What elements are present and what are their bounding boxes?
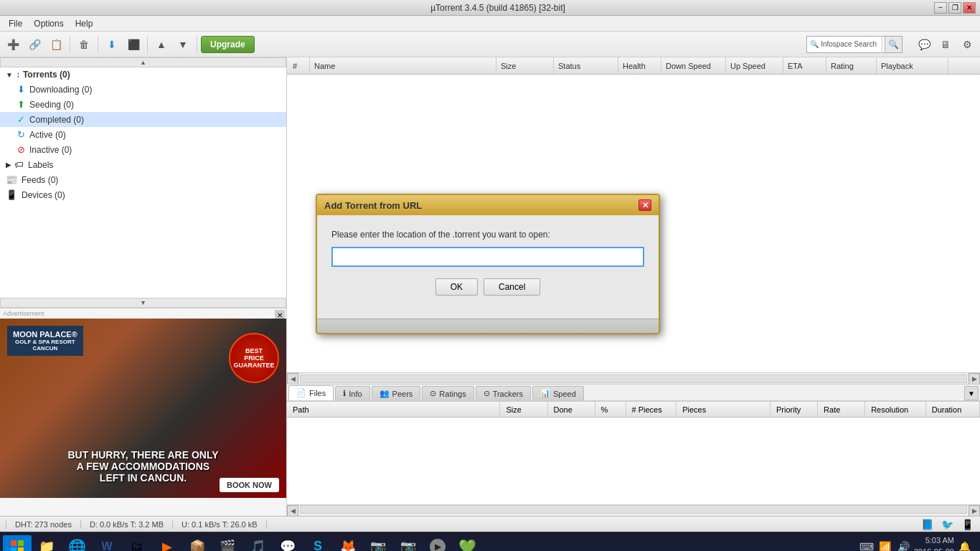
- sidebar-scroll-up[interactable]: ▲: [0, 57, 286, 67]
- taskbar-sys-icons: ⌨ 📶 🔊: [859, 540, 911, 552]
- tab-info[interactable]: ℹ Info: [335, 386, 369, 400]
- tab-ratings[interactable]: ⊙ Ratings: [422, 386, 473, 400]
- sidebar-item-devices[interactable]: 📱 Devices (0): [0, 187, 286, 202]
- sidebar: ▲ ▼ ↕ Torrents (0) ⬇ Downloading (0) ⬆ S…: [0, 57, 287, 516]
- taskbar-skype[interactable]: S: [303, 535, 332, 552]
- add-torrent-button[interactable]: ➕: [3, 34, 23, 55]
- bottom-col-path[interactable]: Path: [287, 402, 500, 417]
- bottom-col-size[interactable]: Size: [500, 402, 547, 417]
- taskbar-file-explorer[interactable]: 📁: [32, 535, 61, 552]
- stop-button[interactable]: ⬛: [123, 34, 143, 55]
- sidebar-item-inactive[interactable]: ⊘ Inactive (0): [0, 142, 286, 157]
- taskbar-chrome[interactable]: 🌐: [62, 535, 91, 552]
- taskbar-camera1[interactable]: 📷: [364, 535, 392, 552]
- taskbar-app4[interactable]: 🗂: [123, 535, 151, 552]
- menu-bar: File Options Help: [0, 16, 980, 32]
- search-button[interactable]: 🔍: [885, 37, 902, 52]
- bottom-col-percent[interactable]: %: [595, 402, 626, 417]
- bottom-col-resolution[interactable]: Resolution: [865, 402, 926, 417]
- ad-image[interactable]: MOON PALACE® GOLF & SPA RESORT CANCUN BE…: [0, 319, 286, 498]
- taskbar-utorrent[interactable]: 💚: [453, 535, 481, 552]
- close-button[interactable]: ✕: [963, 2, 976, 14]
- bottom-col-pieces-num[interactable]: # Pieces: [626, 402, 677, 417]
- col-header-size[interactable]: Size: [496, 57, 554, 74]
- col-header-upspeed[interactable]: Up Speed: [726, 57, 783, 74]
- dialog-close-button[interactable]: ✕: [639, 199, 651, 211]
- hscroll-left[interactable]: ◀: [287, 373, 298, 385]
- volume-icon[interactable]: 🔊: [897, 540, 911, 552]
- menu-help[interactable]: Help: [70, 17, 99, 30]
- bottom-hscroll-right[interactable]: ▶: [969, 505, 980, 516]
- sidebar-scroll-down[interactable]: ▼: [0, 298, 286, 308]
- bottom-col-duration[interactable]: Duration: [926, 402, 980, 417]
- taskbar-word[interactable]: W: [93, 535, 121, 552]
- taskbar-app5[interactable]: ▶: [153, 535, 182, 552]
- settings-icon[interactable]: ⚙: [957, 34, 977, 55]
- notifications-icon[interactable]: 🔔: [957, 540, 971, 552]
- taskbar-chat[interactable]: 💬: [273, 535, 302, 552]
- svg-rect-0: [11, 540, 17, 546]
- sidebar-item-active[interactable]: ↻ Active (0): [0, 127, 286, 142]
- ad-book-button[interactable]: BOOK NOW: [220, 478, 279, 492]
- start-button[interactable]: ⬇: [102, 34, 122, 55]
- start-button[interactable]: [3, 535, 32, 552]
- down-button[interactable]: ▼: [173, 34, 193, 55]
- remove-button[interactable]: 🗑: [74, 34, 94, 55]
- sidebar-item-completed[interactable]: ✓ Completed (0): [0, 112, 286, 127]
- dialog-cancel-button[interactable]: Cancel: [484, 278, 540, 296]
- sidebar-torrents-header[interactable]: ▼ ↕ Torrents (0): [0, 67, 286, 82]
- add-url-button[interactable]: 🔗: [24, 34, 44, 55]
- col-header-downspeed[interactable]: Down Speed: [661, 57, 726, 74]
- bottom-col-done[interactable]: Done: [548, 402, 595, 417]
- chat-icon[interactable]: 💬: [914, 34, 934, 55]
- bottom-col-rate[interactable]: Rate: [818, 402, 865, 417]
- facebook-icon[interactable]: 📘: [920, 517, 934, 532]
- sidebar-item-seeding[interactable]: ⬆ Seeding (0): [0, 97, 286, 112]
- time-display: 5:03 AM: [914, 535, 954, 546]
- bottom-col-pieces[interactable]: Pieces: [677, 402, 771, 417]
- dialog-title-bar: Add Torrent from URL ✕: [317, 195, 659, 215]
- bottom-hscroll-track[interactable]: [300, 505, 967, 514]
- minimize-button[interactable]: −: [934, 2, 947, 14]
- sidebar-item-feeds[interactable]: 📰 Feeds (0): [0, 172, 286, 187]
- col-header-health[interactable]: Health: [618, 57, 661, 74]
- add-rss-button[interactable]: 📋: [46, 34, 66, 55]
- taskbar-app6[interactable]: 📦: [183, 535, 212, 552]
- info-tab-icon: ℹ: [343, 389, 346, 398]
- menu-file[interactable]: File: [3, 17, 28, 30]
- hscroll-track[interactable]: [300, 375, 967, 383]
- tab-expand-button[interactable]: ▼: [964, 386, 979, 400]
- up-button[interactable]: ▲: [151, 34, 171, 55]
- android-icon[interactable]: 📱: [960, 517, 974, 532]
- restore-button[interactable]: ❐: [948, 2, 961, 14]
- tab-peers-label: Peers: [392, 390, 413, 398]
- sidebar-item-labels[interactable]: ▶ 🏷 Labels: [0, 157, 286, 172]
- col-header-rating[interactable]: Rating: [826, 57, 877, 74]
- taskbar-video[interactable]: 🎬: [213, 535, 242, 552]
- taskbar-music[interactable]: 🎵: [243, 535, 272, 552]
- col-header-status[interactable]: Status: [554, 57, 618, 74]
- torrent-url-input[interactable]: [331, 247, 644, 267]
- taskbar-clock[interactable]: 5:03 AM 2016-05-09: [914, 535, 954, 551]
- menu-options[interactable]: Options: [28, 17, 69, 30]
- bottom-col-priority[interactable]: Priority: [771, 402, 818, 417]
- tab-trackers[interactable]: ⊙ Trackers: [476, 386, 531, 400]
- taskbar-firefox[interactable]: 🦊: [334, 535, 362, 552]
- sidebar-item-downloading[interactable]: ⬇ Downloading (0): [0, 82, 286, 97]
- taskbar-media[interactable]: ▶: [424, 535, 451, 552]
- col-header-name[interactable]: Name: [310, 57, 496, 74]
- hscroll-right[interactable]: ▶: [969, 373, 980, 385]
- bottom-hscroll-left[interactable]: ◀: [287, 505, 298, 516]
- tab-peers[interactable]: 👥 Peers: [372, 386, 421, 400]
- upgrade-button[interactable]: Upgrade: [201, 36, 255, 53]
- col-header-eta[interactable]: ETA: [783, 57, 826, 74]
- col-header-num[interactable]: #: [288, 57, 310, 74]
- search-sep: [882, 36, 882, 53]
- tab-files[interactable]: 📄 Files: [288, 385, 334, 400]
- twitter-icon[interactable]: 🐦: [940, 517, 954, 532]
- browser-icon[interactable]: 🖥: [936, 34, 956, 55]
- taskbar-camera2[interactable]: 📷: [394, 535, 423, 552]
- tab-speed[interactable]: 📊 Speed: [532, 386, 584, 400]
- dialog-ok-button[interactable]: OK: [435, 278, 478, 296]
- col-header-playback[interactable]: Playback: [877, 57, 948, 74]
